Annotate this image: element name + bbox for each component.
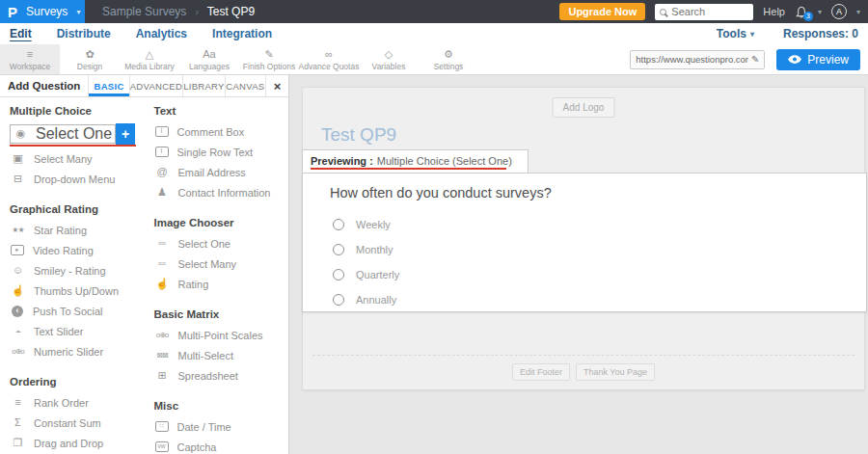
option-monthly[interactable]: Monthly (333, 237, 399, 262)
toolbar-tab-label: Media Library (124, 62, 175, 71)
question-type-image-select-one[interactable]: ▫▫ Select One (154, 233, 289, 254)
preview-button-label: Preview (807, 53, 849, 67)
toolbar-tab-design[interactable]: ✿ Design (60, 44, 120, 74)
question-type-single-row-text[interactable]: I Single Row Text (154, 142, 289, 162)
nav-analytics[interactable]: Analytics (136, 27, 187, 40)
question-type-label: Date / Time (177, 421, 231, 433)
nav-integration[interactable]: Integration (212, 27, 272, 40)
tab-library[interactable]: LIBRARY (182, 75, 225, 96)
select-one-box[interactable]: ◉ Select One (10, 124, 116, 144)
question-type-captcha[interactable]: vw Captcha (154, 437, 289, 454)
question-type-numeric-slider[interactable]: o⊕o Numeric Slider (10, 341, 143, 361)
breadcrumb-parent[interactable]: Sample Surveys (102, 5, 186, 18)
question-type-drag-and-drop[interactable]: ❐ Drag and Drop (10, 433, 143, 453)
multi-select-icon: ⊠⊠ (154, 352, 171, 360)
image-icon: △ (146, 48, 153, 61)
chevron-down-icon[interactable]: ▾ (856, 8, 860, 16)
toolbar-tab-advance-quotas[interactable]: ∞ Advance Quotas (299, 44, 359, 74)
option-label: Monthly (356, 244, 393, 255)
card-footer: Edit Footer Thank You Page (303, 363, 864, 381)
question-preview-block[interactable]: How often do you conduct surveys? Weekly… (302, 173, 867, 312)
question-type-multi-select[interactable]: ⊠⊠ Multi-Select (154, 345, 289, 365)
edit-footer-button[interactable]: Edit Footer (512, 363, 570, 381)
question-type-constant-sum[interactable]: Σ Constant Sum (10, 413, 143, 433)
surveys-product-menu[interactable]: P Surveys ▾ (0, 0, 85, 23)
survey-card: Add Logo Test QP9 Previewing : Multiple … (302, 87, 865, 390)
avatar[interactable]: A (831, 4, 847, 19)
question-type-multi-point-scales[interactable]: o⊕o Multi-Point Scales (154, 325, 289, 345)
comment-box-icon: I (155, 126, 169, 137)
question-type-rank-order[interactable]: ≡ Rank Order (10, 392, 143, 413)
toolbar-tab-finish-options[interactable]: ✎ Finish Options (239, 44, 299, 74)
question-type-star-rating[interactable]: ★★ Star Rating (10, 220, 143, 240)
question-type-comment-box[interactable]: I Comment Box (154, 121, 289, 142)
nav-edit[interactable]: Edit (10, 27, 32, 40)
chevron-down-icon: ▾ (750, 30, 754, 39)
responses-count[interactable]: Responses: 0 (783, 27, 858, 40)
close-icon[interactable]: × (265, 75, 288, 96)
option-label: Annually (356, 294, 396, 306)
upgrade-now-button[interactable]: Upgrade Now (559, 3, 645, 20)
question-type-select-many[interactable]: ▣ Select Many (10, 148, 143, 169)
question-type-image-select-many[interactable]: ▫▫ Select Many (154, 254, 289, 274)
stars-icon: ★★ (10, 227, 26, 234)
question-type-label: Video Rating (33, 245, 94, 256)
add-question-plus-button[interactable]: + (116, 123, 135, 145)
toolbar-tab-workspace[interactable]: ≡ Workspace (0, 44, 60, 74)
survey-preview-pane: Add Logo Test QP9 Previewing : Multiple … (289, 75, 868, 454)
question-type-label: Text Slider (34, 326, 83, 337)
option-weekly[interactable]: Weekly (333, 212, 399, 237)
survey-url-field[interactable]: https://www.questionpro.com/t/APNrfZ ✎ (630, 50, 765, 69)
section-misc: Misc (154, 400, 289, 412)
add-logo-button[interactable]: Add Logo (553, 97, 615, 118)
gear-icon: ⚙ (444, 48, 453, 61)
question-type-select-one-active[interactable]: ◉ Select One + (10, 121, 143, 146)
add-question-panel: Add Question BASIC ADVANCED LIBRARY CANV… (0, 75, 289, 454)
notifications-button[interactable]: 3 (795, 6, 808, 18)
chevron-down-icon[interactable]: ▾ (818, 8, 822, 16)
question-type-email-address[interactable]: @ Email Address (154, 162, 289, 182)
question-type-dropdown-menu[interactable]: ⊟ Drop-down Menu (10, 169, 143, 189)
date-time-icon: ∷ (155, 421, 169, 432)
survey-url-value: https://www.questionpro.com/t/APNrfZ (636, 54, 748, 65)
tools-menu[interactable]: Tools ▾ (717, 27, 754, 40)
question-type-text-slider[interactable]: -•- Text Slider (10, 321, 143, 341)
radio-icon[interactable] (333, 269, 344, 280)
toolbar-tab-languages[interactable]: Aa Languages (179, 44, 239, 74)
checkbox-stack-icon: ▣ (10, 153, 26, 164)
edit-url-pencil-icon[interactable]: ✎ (751, 54, 759, 65)
toolbar-tab-media-library[interactable]: △ Media Library (120, 44, 179, 74)
question-type-smiley-rating[interactable]: ☺ Smiley - Rating (10, 260, 143, 280)
nav-distribute[interactable]: Distribute (57, 27, 111, 40)
question-type-thumbs-up-down[interactable]: ☝ Thumbs Up/Down (10, 280, 143, 301)
question-type-video-rating[interactable]: ▸ Video Rating (10, 240, 143, 260)
search-input[interactable] (671, 6, 748, 17)
toolbar-tab-label: Workspace (10, 62, 50, 71)
tab-canvas[interactable]: CANVAS (225, 75, 265, 96)
tab-basic[interactable]: BASIC (88, 75, 128, 96)
help-link[interactable]: Help (763, 6, 785, 17)
question-type-date-time[interactable]: ∷ Date / Time (154, 416, 289, 437)
survey-title[interactable]: Test QP9 (321, 124, 396, 146)
option-quarterly[interactable]: Quarterly (333, 262, 399, 287)
radio-icon[interactable] (333, 244, 344, 255)
option-annually[interactable]: Annually (333, 287, 399, 312)
toolbar-tab-variables[interactable]: ◇ Variables (359, 44, 419, 74)
question-type-spreadsheet[interactable]: ⊞ Spreadsheet (154, 365, 289, 386)
add-question-header: Add Question BASIC ADVANCED LIBRARY CANV… (0, 75, 288, 97)
question-type-image-rating[interactable]: ☝ Rating (154, 274, 289, 294)
single-row-text-icon: I (155, 147, 169, 157)
breadcrumb: Sample Surveys › Test QP9 (102, 5, 255, 18)
question-text: How often do you conduct surveys? (330, 185, 552, 200)
question-type-contact-information[interactable]: ♟ Contact Information (154, 182, 289, 202)
thank-you-page-button[interactable]: Thank You Page (576, 363, 655, 381)
tag-icon: ◇ (385, 48, 393, 61)
question-type-push-to-social[interactable]: ‹ Push To Social (10, 301, 143, 321)
tab-advanced[interactable]: ADVANCED (129, 75, 182, 96)
toolbar-tab-label: Settings (434, 62, 464, 71)
radio-icon[interactable] (333, 219, 344, 230)
radio-icon[interactable] (333, 294, 344, 306)
global-search[interactable] (655, 4, 753, 20)
toolbar-tab-settings[interactable]: ⚙ Settings (419, 44, 478, 74)
preview-button[interactable]: Preview (776, 49, 860, 70)
